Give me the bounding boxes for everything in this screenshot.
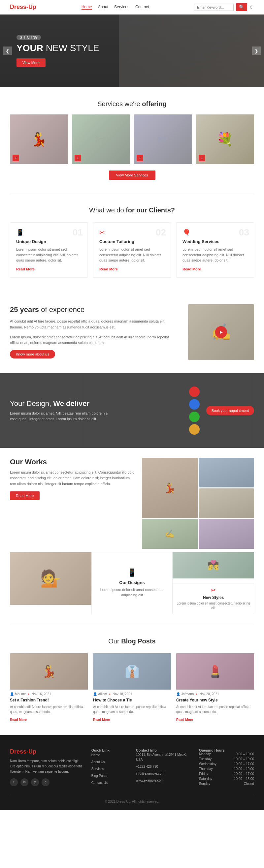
blog-post-1: 💃 👤 Moume ● Nov 16, 2021 Set a Fashion T… [10,653,88,722]
footer: Dress-Up Nam libero tempore, cum soluta … [0,735,264,810]
blog-meta-1: 👤 Moume ● Nov 16, 2021 [10,692,88,696]
service-plus-3[interactable]: + [137,155,143,161]
experience-text-2: Lorem ipsum, dolor sit amet consectetur … [10,334,178,346]
our-designs-card: 📱 Our Designs Lorem ipsum dolor sit amet… [91,552,173,614]
footer-copyright: © 2021 Dress-Up. All rights reserved. [10,795,254,803]
nav-link-services[interactable]: Services [114,5,129,9]
what-card-3: 03 🎈 Wedding Services Lorem ipsum dolor … [176,222,254,278]
works-title: Our Works [10,458,135,466]
what-card-title-1: Unique Design [16,239,82,244]
banner-section: Your Design, We deliver Lorem ipsum dolo… [0,373,264,448]
footer-hours-col: Opening Hours Monday 9:00 – 19:00 Tuesda… [199,748,254,787]
site-logo[interactable]: Dress-Up [10,4,36,10]
know-more-button[interactable]: Know more about us [10,350,55,359]
service-card-1[interactable]: 💃 + [10,115,68,164]
what-card-link-3[interactable]: Read More [182,267,201,271]
hero-badge: STITCHING [17,35,41,40]
nav-right: 🔍 ☾ [194,3,254,11]
blog-grid: 💃 👤 Moume ● Nov 16, 2021 Set a Fashion T… [10,653,254,722]
search-input[interactable] [194,4,234,11]
blog-post-text-1: At conubit adit At lure facere; posse re… [10,705,88,714]
our-designs-text: Lorem ipsum dolor sit amet consectetur a… [98,587,166,598]
hero-cta-button[interactable]: View More [17,58,46,67]
experience-text-1: At conubit adit At lure facere, posse re… [10,318,178,330]
hero-content: STITCHING YOUR NEW STYLE View More [17,35,247,67]
experience-title: 25 years of experience [10,305,178,314]
footer-grid: Dress-Up Nam libero tempore, cum soluta … [10,748,254,787]
footer-contact-col: Contact Info 10011, 5th Avenue, #12941 M… [136,748,191,787]
what-card-num-1: 01 [72,227,83,238]
blog-date-3: Nov 20, 2021 [199,692,219,696]
works-images: 💃 ✍ [142,458,254,549]
social-youtube-icon[interactable]: y [31,778,39,786]
footer-link-contact[interactable]: Contact Us [91,780,128,785]
spool-red [189,386,200,397]
new-styles-card: ✂ New Styles Lorem ipsum dolor sit amet … [173,583,254,614]
what-card-text-2: Lorem ipsum dolor sit amet sed consectet… [99,247,165,263]
hero-next-arrow[interactable]: ❯ [252,46,261,55]
blog-read-more-1[interactable]: Read More [10,718,27,721]
service-plus-4[interactable]: + [199,155,205,161]
what-card-1: 01 📱 Unique Design Lorem ipsum dolor sit… [10,222,88,278]
service-card-3[interactable]: ✏ + [134,115,192,164]
hours-friday: Friday 10:00 – 17:00 [199,772,254,776]
footer-address: 10011, 5th Avenue, #12941 MeoK, USA [136,752,191,762]
nav-link-home[interactable]: Home [82,5,92,9]
unique-design-icon: 📱 [16,228,82,237]
blog-post-title-2: How to Choose a Tie [93,698,171,703]
blog-image-2: 👔 [93,653,171,690]
custom-tailoring-icon: ✂ [99,228,165,237]
social-linkedin-icon[interactable]: in [21,778,28,786]
works-read-more-button[interactable]: Read More [10,491,39,500]
what-card-text-1: Lorem ipsum dolor sit amet sed consectet… [16,247,82,263]
footer-link-home[interactable]: Home [91,752,128,757]
footer-contact-title: Contact Info [136,748,191,752]
blog-post-text-2: At conubit adit At lure facere; posse re… [93,705,171,714]
new-styles-text: Lorem ipsum dolor sit amet consectetur a… [176,601,251,611]
what-card-link-1[interactable]: Read More [16,267,35,271]
what-card-2: 02 ✂ Custom Tailoring Lorem ipsum dolor … [93,222,171,278]
play-button[interactable]: ▶ [215,326,227,338]
spool-blue [189,399,200,410]
footer-link-services[interactable]: Services [91,766,128,771]
blog-author-3: 👤 Jofmann [176,692,194,696]
our-designs-title: Our Designs [119,580,145,585]
footer-hours-grid: Monday 9:00 – 19:00 Tuesday 10:00 – 19:0… [199,752,254,785]
view-more-services-button[interactable]: View More Services [109,170,155,180]
social-google-icon[interactable]: g [41,778,50,786]
what-we-do-section: What we do for our Clients? 01 📱 Unique … [0,193,264,291]
nav-link-about[interactable]: About [98,5,108,9]
works-image-1: 💃 [142,458,198,518]
service-plus-2[interactable]: + [75,155,81,161]
nav-link-contact[interactable]: Contact [135,5,149,9]
hours-thursday: Thursday 10:00 – 19:00 [199,767,254,771]
blog-read-more-2[interactable]: Read More [93,718,110,721]
footer-link-about[interactable]: About Us [91,759,128,764]
works-content: Our Works Lorem ipsum dolor sit amet con… [10,458,254,549]
search-button[interactable]: 🔍 [236,3,247,11]
theme-toggle-icon[interactable]: ☾ [250,5,254,10]
blog-post-title-3: Create Your new Style [176,698,254,703]
banner-content: Your Design, We deliver Lorem ipsum dolo… [10,399,189,422]
footer-link-blog[interactable]: Blog Posts [91,773,128,778]
service-card-4[interactable]: 💐 + [196,115,254,164]
blog-dot-3: ● [196,692,197,695]
design-right-image-top: 💏 [173,552,254,579]
blog-read-more-3[interactable]: Read More [176,718,193,721]
what-card-link-2[interactable]: Read More [99,267,118,271]
what-card-title-2: Custom Tailoring [99,239,165,244]
social-facebook-icon[interactable]: f [10,778,18,786]
blog-title: Our Blog Posts [10,638,254,645]
services-grid: 💃 + ✂ + ✏ + 💐 + [10,115,254,164]
hours-wednesday: Wednesday 10:00 – 17:00 [199,762,254,766]
navbar: Dress-Up Home About Services Contact 🔍 ☾ [0,0,264,14]
experience-image: ✍ ▶ [188,304,254,360]
service-plus-1[interactable]: + [12,155,19,161]
what-card-num-2: 02 [156,227,166,238]
book-appointment-button[interactable]: Book your appointment [206,406,254,415]
hero-section: ❮ STITCHING YOUR NEW STYLE View More ❯ [0,14,264,87]
service-card-2[interactable]: ✂ + [72,115,130,164]
hours-monday: Monday 9:00 – 19:00 [199,752,254,756]
hero-prev-arrow[interactable]: ❮ [3,46,12,55]
footer-social-links: f in y g [10,778,84,786]
